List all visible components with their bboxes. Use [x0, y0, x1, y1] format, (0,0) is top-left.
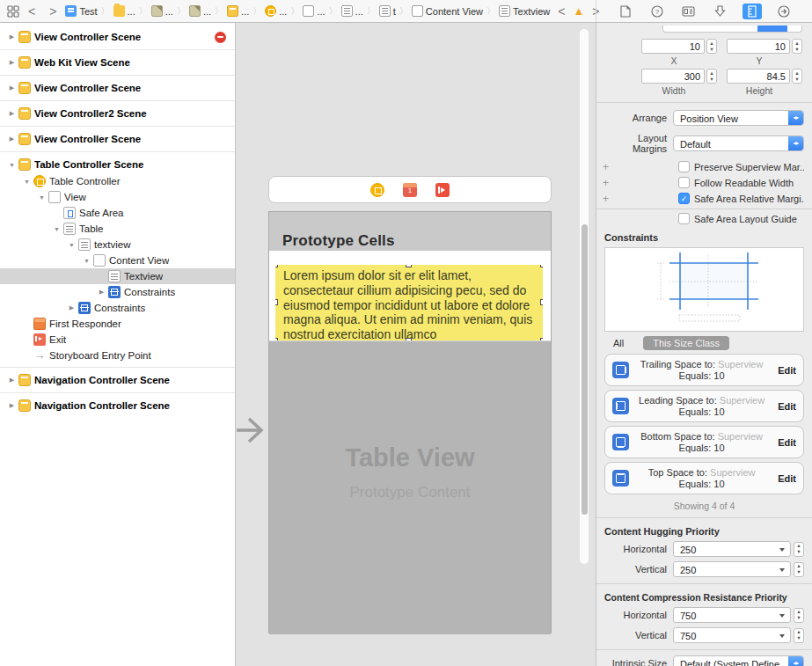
y-field[interactable]: 10: [727, 39, 790, 54]
file-inspector-icon[interactable]: [616, 4, 635, 19]
disclosure-triangle-icon[interactable]: [7, 84, 17, 91]
x-stepper[interactable]: ▲▼: [706, 39, 717, 54]
edit-button[interactable]: Edit: [774, 473, 796, 484]
breadcrumb-item[interactable]: ...: [241, 6, 249, 17]
related-items-icon[interactable]: [7, 4, 19, 19]
sidebar-item-table-controller[interactable]: Table Controller: [0, 173, 235, 189]
add-variation-button[interactable]: +: [603, 177, 609, 189]
resize-handle[interactable]: [540, 338, 543, 340]
disclosure-triangle-icon[interactable]: [52, 226, 62, 232]
resize-handle[interactable]: [275, 338, 278, 340]
sidebar-item-textview[interactable]: Textview: [0, 268, 235, 284]
hugging-vertical-combo[interactable]: 250: [673, 561, 791, 577]
x-field[interactable]: 10: [641, 39, 705, 54]
sidebar-item-content-view[interactable]: Content View: [0, 252, 235, 268]
sidebar-item-constraints[interactable]: Constraints: [0, 284, 235, 300]
breadcrumb-item[interactable]: t: [393, 6, 396, 17]
breadcrumb-item[interactable]: ...: [128, 6, 135, 17]
back-chevron-icon[interactable]: <: [23, 4, 40, 18]
sidebar-item-entry-point[interactable]: → Storyboard Entry Point: [0, 348, 235, 363]
sidebar-item-scene[interactable]: View Controller Scene: [0, 79, 235, 97]
attributes-inspector-icon[interactable]: [711, 4, 730, 19]
stepper[interactable]: ▲▼: [794, 562, 804, 577]
disclosure-triangle-icon[interactable]: [7, 33, 17, 40]
intrinsic-size-popup[interactable]: Default (System Define...: [673, 655, 804, 666]
stepper[interactable]: ▲▼: [794, 628, 804, 643]
sidebar-item-table-controller-scene[interactable]: Table Controller Scene: [0, 156, 235, 173]
disclosure-triangle-icon[interactable]: [7, 135, 17, 143]
breadcrumb-item[interactable]: Content View: [426, 6, 483, 17]
constraints-tab-this-size-class[interactable]: This Size Class: [643, 336, 729, 350]
view-controller-dock-icon[interactable]: [370, 183, 384, 197]
sidebar-item-safe-area[interactable]: Safe Area: [0, 205, 235, 221]
compression-vertical-combo[interactable]: 750: [673, 627, 791, 643]
disclosure-triangle-icon[interactable]: [7, 59, 17, 66]
forward-chevron-icon[interactable]: >: [44, 4, 62, 18]
scrollbar-thumb[interactable]: [582, 224, 588, 515]
constraint-row[interactable]: Trailing Space to: Superview Equals: 10 …: [604, 354, 804, 386]
canvas-scrollbar[interactable]: [579, 28, 589, 565]
add-variation-button[interactable]: +: [603, 161, 609, 173]
breadcrumb-item[interactable]: ...: [165, 6, 173, 17]
sidebar-item-scene[interactable]: View Controller Scene: [0, 130, 235, 148]
disclosure-triangle-icon[interactable]: [7, 110, 17, 117]
storyboard-canvas[interactable]: Prototype Cells Lorem ipsum dolor sit er…: [236, 23, 596, 666]
stepper[interactable]: ▲▼: [794, 608, 804, 623]
disclosure-triangle-icon[interactable]: [7, 162, 17, 168]
disclosure-triangle-icon[interactable]: [82, 258, 91, 264]
sidebar-item-table[interactable]: Table: [0, 221, 235, 237]
compression-horizontal-combo[interactable]: 750: [673, 607, 791, 623]
height-field[interactable]: 84.5: [727, 69, 790, 84]
prototype-cell[interactable]: Lorem ipsum dolor sit er elit lamet, con…: [269, 251, 551, 340]
resize-handle[interactable]: [540, 265, 543, 267]
hugging-horizontal-combo[interactable]: 250: [673, 541, 791, 557]
add-variation-button[interactable]: +: [603, 193, 609, 205]
sidebar-item-exit[interactable]: Exit: [0, 332, 235, 348]
width-stepper[interactable]: ▲▼: [706, 69, 717, 84]
sidebar-item-scene[interactable]: View Controller Scene: [0, 28, 235, 46]
arrange-popup[interactable]: Position View: [673, 110, 804, 126]
resize-handle[interactable]: [406, 265, 412, 267]
constraint-row[interactable]: Leading Space to: Superview Equals: 10 E…: [604, 390, 804, 422]
disclosure-triangle-icon[interactable]: [22, 179, 32, 185]
issue-back-chevron-icon[interactable]: <: [552, 4, 570, 18]
breadcrumb-item[interactable]: ...: [203, 6, 211, 17]
breadcrumb-item[interactable]: ...: [317, 6, 325, 17]
follow-readable-width-checkbox[interactable]: [678, 177, 690, 188]
identity-inspector-icon[interactable]: [679, 4, 699, 19]
sidebar-item-scene[interactable]: Web Kit View Scene: [0, 54, 235, 71]
breadcrumb-item[interactable]: ...: [355, 6, 363, 17]
width-field[interactable]: 300: [641, 69, 705, 84]
sidebar-item-scene[interactable]: Navigation Controller Scene: [0, 371, 235, 389]
show-popup-partial[interactable]: [662, 26, 802, 33]
sidebar-item-scene[interactable]: Navigation Controller Scene: [0, 397, 235, 414]
breadcrumb-item[interactable]: Test: [79, 6, 97, 17]
quick-help-icon[interactable]: ?: [647, 4, 667, 19]
table-view[interactable]: Prototype Cells Lorem ipsum dolor sit er…: [268, 211, 552, 633]
exit-dock-icon[interactable]: [435, 183, 450, 197]
resize-handle[interactable]: [275, 299, 278, 305]
preserve-superview-checkbox[interactable]: [678, 161, 690, 172]
safe-area-relative-margins-checkbox[interactable]: ✓: [678, 193, 690, 204]
breadcrumb-item[interactable]: Textview: [513, 6, 550, 17]
resize-handle[interactable]: [540, 299, 543, 305]
disclosure-triangle-icon[interactable]: [97, 289, 106, 296]
disclosure-triangle-icon[interactable]: [37, 194, 47, 201]
constraints-diagram[interactable]: [604, 247, 804, 332]
error-badge-icon[interactable]: [215, 32, 226, 43]
stepper[interactable]: ▲▼: [794, 542, 804, 557]
constraint-row[interactable]: Top Space to: Superview Equals: 10 Edit: [604, 462, 804, 494]
constraint-row[interactable]: Bottom Space to: Superview Equals: 10 Ed…: [604, 426, 804, 458]
breadcrumb-item[interactable]: ...: [279, 6, 287, 17]
textview-cell[interactable]: Lorem ipsum dolor sit er elit lamet, con…: [275, 265, 543, 340]
edit-button[interactable]: Edit: [774, 401, 796, 412]
disclosure-triangle-icon[interactable]: [7, 402, 17, 409]
warning-icon[interactable]: ▲: [573, 5, 584, 17]
sidebar-item-textview-cell[interactable]: textview: [0, 237, 235, 252]
resize-handle[interactable]: [275, 265, 278, 267]
disclosure-triangle-icon[interactable]: [7, 377, 17, 384]
y-stepper[interactable]: ▲▼: [792, 39, 802, 54]
first-responder-dock-icon[interactable]: [403, 183, 417, 197]
disclosure-triangle-icon[interactable]: [67, 242, 77, 248]
sidebar-item-scene[interactable]: View Controller2 Scene: [0, 105, 235, 122]
